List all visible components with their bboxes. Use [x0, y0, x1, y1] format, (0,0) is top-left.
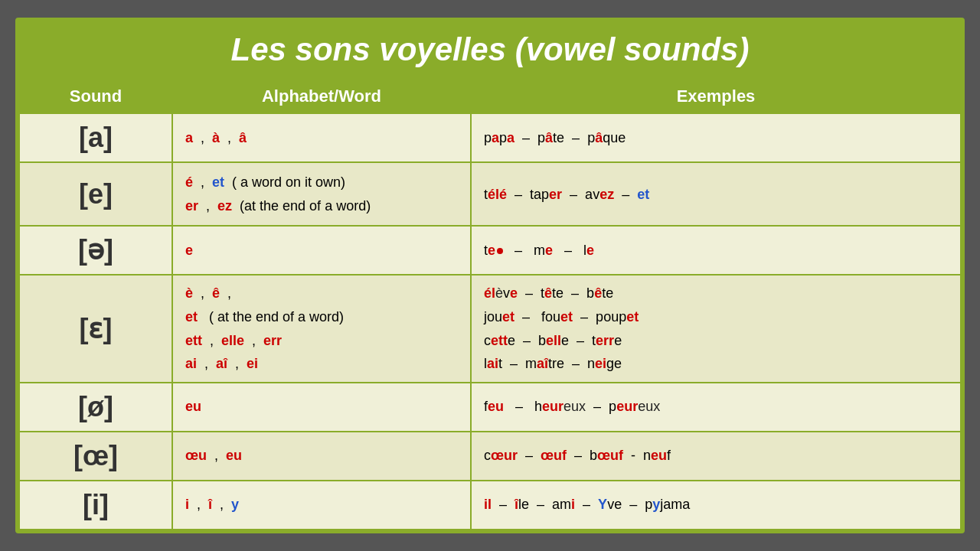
- slide-title: Les sons voyelles (vowel sounds): [18, 21, 962, 79]
- sound-cell-3: [ɛ]: [19, 275, 172, 382]
- exemples-cell-1: télé – taper – avez – et: [471, 162, 961, 226]
- exemples-cell-3: élève – tête – bêtejouet – fouet – poupe…: [471, 275, 961, 382]
- alpha-cell-1: é , et ( a word on it own)er , ez (at th…: [172, 162, 471, 226]
- exemples-cell-5: cœur – œuf – bœuf - neuf: [471, 432, 961, 481]
- sound-cell-2: [ə]: [19, 226, 172, 275]
- vowel-table: Sound Alphabet/Word Exemples [a]a , à , …: [18, 79, 962, 530]
- sound-cell-0: [a]: [19, 113, 172, 162]
- col-sound: Sound: [19, 80, 172, 113]
- alpha-cell-3: è , ê ,et ( at the end of a word)ett , e…: [172, 275, 471, 382]
- col-exemples: Exemples: [471, 80, 961, 113]
- exemples-cell-6: il – île – ami – Yve – pyjama: [471, 481, 961, 530]
- exemples-cell-2: te – me – le: [471, 226, 961, 275]
- exemples-cell-4: feu – heureux – peureux: [471, 383, 961, 432]
- sound-cell-6: [i]: [19, 481, 172, 530]
- exemples-cell-0: papa – pâte – pâque: [471, 113, 961, 162]
- sound-cell-5: [œ]: [19, 432, 172, 481]
- alpha-cell-5: œu , eu: [172, 432, 471, 481]
- alpha-cell-2: e: [172, 226, 471, 275]
- sound-cell-4: [ø]: [19, 383, 172, 432]
- alpha-cell-6: i , î , y: [172, 481, 471, 530]
- alpha-cell-4: eu: [172, 383, 471, 432]
- col-alphabet: Alphabet/Word: [172, 80, 471, 113]
- sound-cell-1: [e]: [19, 162, 172, 226]
- slide: Les sons voyelles (vowel sounds) Sound A…: [15, 18, 965, 533]
- alpha-cell-0: a , à , â: [172, 113, 471, 162]
